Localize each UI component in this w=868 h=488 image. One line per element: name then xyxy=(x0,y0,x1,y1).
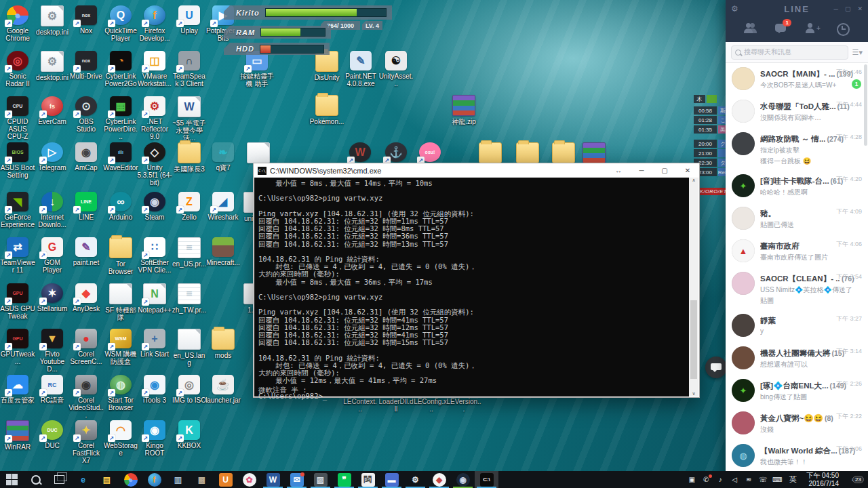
desktop-icon[interactable]: G↗GOM Player xyxy=(35,237,70,274)
desktop-icon[interactable]: en_US.lang xyxy=(172,329,207,367)
desktop-icon[interactable]: ☕launcher.jar xyxy=(205,375,241,404)
desktop-icon[interactable]: ✦↗Corel FastFlick X7 xyxy=(68,420,104,464)
desktop-icon[interactable]: Pokémon... xyxy=(309,95,344,125)
desktop-icon[interactable]: ✎Paint.NET 4.0.8.exe xyxy=(343,51,378,87)
desktop-icon[interactable]: ≡en_US.pr... xyxy=(172,237,207,268)
cmd-minimize-button[interactable]: ─ xyxy=(630,163,653,178)
add-friend-icon[interactable]: + xyxy=(805,22,820,36)
desktop-icon[interactable]: Q↗QuickTime Player xyxy=(103,5,138,42)
desktop-icon[interactable]: Z↗Zello xyxy=(172,192,207,221)
desktop-icon[interactable]: nox↗Multi-Drive xyxy=(68,51,104,80)
desktop-icon[interactable]: K↗KKBOX xyxy=(172,420,207,449)
desktop-icon[interactable]: ⚙desktop.ini xyxy=(35,51,70,81)
desktop-icon[interactable]: ▷↗Telegram xyxy=(35,142,70,171)
desktop-icon[interactable]: ◥↗GeForce Experience xyxy=(0,192,35,228)
cmd-titlebar[interactable]: C:\ C:\WINDOWS\system32\cmd.exe ↔ ─ ▢ ✕ xyxy=(254,163,699,178)
desktop-icon[interactable]: U↗Uplay xyxy=(172,5,207,35)
desktop-icon[interactable]: W~$5 半電子 永豐今學活... xyxy=(172,96,207,142)
desktop-icon[interactable]: LINE↗LINE xyxy=(68,192,104,221)
desktop-icon[interactable]: ◎↗IMG to ISO xyxy=(172,375,207,404)
chat-list-item[interactable]: 水母聯盟「ToD人雅...(11)沒關係我有寫腳本…下午 4:44 xyxy=(726,96,868,128)
tray-icon-6[interactable]: ⌨ xyxy=(772,476,782,483)
desktop-icon[interactable] xyxy=(576,142,612,165)
desktop-icon[interactable]: ◇↗Unity 5.3.5f1 (64-bit) xyxy=(137,142,172,186)
desktop-icon[interactable]: ●↗Corel ScreenC... xyxy=(68,329,104,365)
chat-list-item[interactable]: ▲臺南市政府臺南市政府傳送了圖片下午 4:06 xyxy=(726,235,868,268)
chat-list-item[interactable]: 豬。貼圖已傳送下午 4:09 xyxy=(726,203,868,235)
search-input[interactable]: 搜尋聊天和訊息 xyxy=(731,45,848,60)
desktop-icon[interactable]: ◠↗WebStorage xyxy=(103,420,138,457)
desktop-icon[interactable]: RC↗RC語音 xyxy=(35,375,70,404)
desktop-icon[interactable]: ◉↗Corel VideoStud... xyxy=(68,375,104,419)
desktop-icon[interactable]: WSM↗WSM 購機防護盒 xyxy=(103,329,138,365)
taskbar-button-file-explorer[interactable]: ▤ xyxy=(95,471,119,488)
desktop-icon[interactable]: BIOS↗ASUS Boot Setting xyxy=(0,142,35,179)
desktop-icon[interactable]: ◉AmCap xyxy=(68,142,104,171)
desktop-icon[interactable]: ≡zh_TW.pr... xyxy=(172,283,207,314)
desktop-icon[interactable]: ◫↗VMware Workstati... xyxy=(137,51,172,87)
desktop-icon[interactable] xyxy=(241,142,276,165)
desktop-icon[interactable]: ⊙↗OBS Studio xyxy=(68,96,104,133)
taskbar-button-cmd[interactable]: C:\ xyxy=(475,471,498,488)
taskbar-button-photoscape[interactable]: ✿ xyxy=(237,471,261,488)
desktop-icon[interactable]: ∞↗Arduino xyxy=(103,192,138,221)
desktop-icon[interactable]: Minecraft... xyxy=(205,237,241,266)
taskbar-button-mail-card[interactable]: ▬ xyxy=(380,471,403,488)
desktop-icon[interactable]: 美國隊長3 xyxy=(172,142,207,173)
desktop-icon[interactable]: N↗Notepad++ xyxy=(137,283,172,314)
chat-list-item[interactable]: ◍【Walkr World 綜合...(187)我也微共筆！！下午 2:06 xyxy=(726,440,868,472)
desktop-icon[interactable]: ✶↗Stellarium xyxy=(35,283,70,312)
desktop-icon[interactable]: ✎paint.net xyxy=(68,237,104,266)
taskbar-button-firefox[interactable]: f xyxy=(142,471,166,488)
desktop-icon[interactable]: ◉↗Steam xyxy=(137,192,172,221)
taskbar-button-photo-viewer[interactable]: ▨ xyxy=(309,471,332,488)
settings-gear-icon[interactable]: ⚙ xyxy=(731,4,738,14)
taskbar-button-settings[interactable]: ⚙ xyxy=(403,471,427,488)
desktop-icon[interactable]: ☁↗百度云管家 xyxy=(0,375,35,404)
taskbar-button-steam[interactable]: ◉ xyxy=(451,471,475,488)
taskbar-button-chrome[interactable]: ● xyxy=(119,471,142,488)
list-filter-icon[interactable]: ☰▾ xyxy=(852,48,863,57)
desktop-icon[interactable]: ⚙desktop.ini xyxy=(35,5,70,36)
desktop-icon[interactable]: mods xyxy=(205,329,241,359)
desktop-icon[interactable]: ∩↗TeamSpeak 3 Client xyxy=(172,51,207,87)
taskbar-button-forum-app[interactable]: ✉ xyxy=(285,471,309,488)
desktop-icon[interactable] xyxy=(510,142,545,165)
line-maximize-button[interactable]: ▢ xyxy=(845,5,851,12)
taskbar-button-ime-tool[interactable]: 閩 xyxy=(356,471,380,488)
timeline-clock-icon[interactable] xyxy=(835,22,850,36)
desktop-icon[interactable]: nox↗Nox xyxy=(68,5,104,35)
tray-icon-1[interactable]: ✆ xyxy=(701,476,711,483)
desktop-icon[interactable]: ↓↗Internet Downlo... xyxy=(35,192,70,228)
desktop-icon[interactable]: ▦↗CyberLink PowerDire... xyxy=(103,96,138,140)
chat-list-item[interactable]: SAOCR【CLEAN】- ...(76)USS Nimitz💠芙拉格💠傳送了貼… xyxy=(726,268,868,310)
taskbar-button-start[interactable] xyxy=(0,471,24,488)
desktop-icon[interactable]: W↗ xyxy=(342,142,378,164)
tray-icon-2[interactable]: ♪ xyxy=(715,476,725,483)
desktop-icon[interactable]: ∷↗SoftEther VPN Clie... xyxy=(137,237,172,274)
tray-icon-4[interactable]: ≋ xyxy=(744,476,753,483)
desktop-icon[interactable]: f↗Firefox Develop... xyxy=(137,5,172,42)
ime-language-indicator[interactable]: 英 xyxy=(787,474,799,485)
desktop-icon[interactable]: osu!↗ xyxy=(412,142,448,164)
line-minimize-button[interactable]: ─ xyxy=(834,5,838,12)
taskbar-button-archive-tool[interactable]: ▩ xyxy=(190,471,214,488)
desktop-icon[interactable]: ◎↗Sonic Radar II xyxy=(0,51,35,87)
scroll-up-icon[interactable]: ∧ xyxy=(692,178,695,183)
desktop-icon[interactable]: fs↗EverCam xyxy=(35,96,70,125)
taskbar-button-compass-browser[interactable]: ◆ xyxy=(427,471,451,488)
chats-tab-icon[interactable]: 1 xyxy=(774,22,789,36)
friends-tab-icon[interactable] xyxy=(743,22,758,36)
desktop-icon[interactable]: DUC↗DUC xyxy=(35,420,70,449)
taskbar-button-task-view[interactable] xyxy=(47,471,71,488)
desktop-icon[interactable]: ☯UnityAsset... xyxy=(378,51,414,87)
chat-list-item[interactable]: ✦[音]哇卡卡戰隊-台...(61)哈哈哈！感恩啊下午 4:20 xyxy=(726,170,868,203)
desktop-icon[interactable]: ⚙↗.NET Reflector 9.0 xyxy=(137,96,172,140)
desktop-icon[interactable]: ⇄↗TeamViewer 11 xyxy=(0,237,35,274)
action-center-button[interactable]: ▭ 23 xyxy=(846,475,864,484)
desktop-icon[interactable]: 神龍.zip xyxy=(446,95,481,125)
desktop-icon[interactable]: ◔↗CyberLink Power2Go xyxy=(103,51,138,87)
desktop-icon[interactable]: DisUnity xyxy=(309,51,344,81)
desktop-icon[interactable]: ⚓↗ xyxy=(378,142,414,164)
line-close-button[interactable]: ✕ xyxy=(857,5,863,12)
